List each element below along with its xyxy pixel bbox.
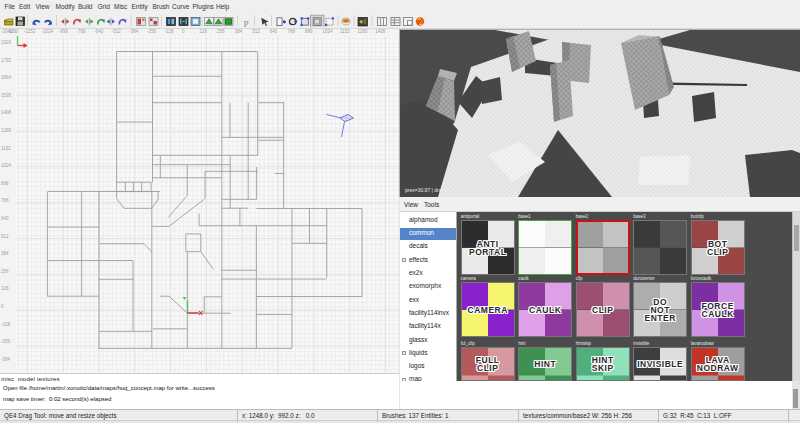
svg-text:pres=30.97 | draw 31 elements(: pres=30.97 | draw 31 elements(2) | map=0… [405, 187, 501, 193]
svg-text:ƿ: ƿ [243, 17, 249, 27]
